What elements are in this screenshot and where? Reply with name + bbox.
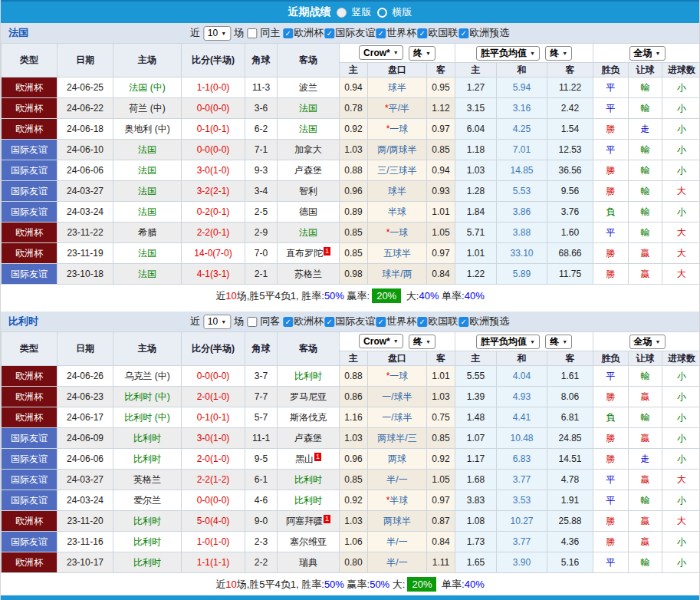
league-checkbox[interactable] [324, 317, 334, 327]
match-type-cell: 欧洲杯 [2, 387, 58, 407]
scope-select[interactable]: 全场▼ [629, 46, 665, 61]
score-cell: 0-2(0-1) [182, 202, 245, 223]
match-date-cell: 23-10-17 [58, 552, 113, 573]
match-count-select[interactable]: 10▼ [203, 315, 231, 329]
odds-away-cell: 0.97 [427, 243, 455, 264]
result-cell: 平 [593, 77, 629, 98]
match-type-cell: 国际友谊 [2, 264, 58, 285]
same-side-checkbox[interactable] [247, 317, 257, 327]
final-select[interactable]: 终▼ [545, 335, 572, 349]
table-row: 国际友谊 23-10-18 法国 4-1(3-1) 2-1 苏格兰 0.98 球… [2, 264, 700, 285]
home-team-cell: 比利时 [113, 449, 182, 470]
match-date-cell: 24-03-27 [58, 470, 113, 490]
layout-radio-horizontal[interactable] [377, 8, 387, 18]
odds-away-cell: 0.97 [427, 490, 455, 511]
layout-vertical-label[interactable]: 竖版 [352, 5, 372, 19]
score-cell: 1-1(0-0) [182, 77, 245, 98]
corner-cell: 7-7 [245, 387, 278, 407]
layout-horizontal-label[interactable]: 横版 [393, 5, 412, 19]
league-checkbox[interactable] [324, 28, 334, 38]
scope-select[interactable]: 全场▼ [629, 335, 665, 349]
avg-away-cell: 1.60 [547, 223, 593, 243]
avg-select[interactable]: 胜平负均值▼ [476, 46, 540, 61]
away-team-cell: 阿塞拜疆1 [278, 511, 340, 532]
odds-home-cell: 0.92 [340, 490, 368, 511]
match-date-cell: 23-11-16 [58, 532, 113, 552]
league-checkbox[interactable] [283, 28, 293, 38]
league-label: 世界杯 [386, 26, 416, 40]
avg-home-cell: 1.22 [455, 264, 497, 285]
league-checkbox[interactable] [458, 28, 468, 38]
col-avg-draw: 和 [497, 63, 547, 77]
bookmaker-select[interactable]: Crow*▼ [359, 45, 403, 60]
chevron-down-icon: ▼ [221, 31, 226, 36]
summary-text: 50% [370, 579, 389, 590]
table-row: 国际友谊 24-06-06 法国 3-0(1-0) 9-3 卢森堡 0.88 三… [2, 160, 700, 181]
league-label: 欧国联 [428, 315, 458, 328]
score-cell: 0-0(0-0) [182, 98, 245, 119]
final-select[interactable]: 终▼ [545, 46, 572, 61]
handicap-result-cell: 贏 [629, 532, 662, 552]
final-select[interactable]: 终▼ [409, 335, 435, 349]
final-select[interactable]: 终▼ [409, 46, 435, 61]
league-checkbox[interactable] [376, 28, 386, 38]
match-type-cell: 国际友谊 [2, 140, 58, 160]
same-side-label: 同客 [260, 315, 280, 328]
corner-cell: 3-7 [245, 366, 278, 387]
section-header-belgium: 比利时 近 10▼ 场 同客 欧洲杯国际友谊世界杯欧国联欧洲预选 [1, 312, 699, 331]
goals-result-cell: 大 [662, 223, 700, 243]
league-checkbox[interactable] [283, 317, 293, 327]
result-cell: 平 [593, 98, 629, 119]
chevron-down-icon: ▼ [562, 51, 567, 56]
table-header: 类型 日期 主场 比分(半场) 角球 客场 Crow*▼ 终▼ 胜平负均值▼ 终… [2, 332, 700, 366]
avg-away-cell: 5.16 [547, 552, 593, 573]
match-date-cell: 24-06-18 [58, 119, 113, 140]
avg-home-cell: 1.28 [455, 181, 497, 202]
home-team-cell: 比利时 (中) [113, 387, 182, 407]
bookmaker-select[interactable]: Crow*▼ [359, 334, 403, 348]
match-date-cell: 24-06-26 [58, 366, 113, 387]
league-checkbox[interactable] [458, 317, 468, 327]
match-date-cell: 24-06-06 [58, 160, 113, 181]
corner-cell: 2-5 [245, 202, 278, 223]
avg-away-cell: 1.61 [547, 366, 593, 387]
handicap-cell: *平/半 [368, 98, 427, 119]
match-type-cell: 国际友谊 [2, 449, 58, 470]
handicap-result-cell: 輸 [629, 160, 662, 181]
league-checkbox[interactable] [417, 28, 427, 38]
avg-home-cell: 1.08 [455, 511, 497, 532]
avg-draw-cell: 5.94 [497, 77, 547, 98]
col-home: 主场 [113, 332, 182, 366]
league-checkbox[interactable] [376, 317, 386, 327]
away-team-cell: 法国 [278, 98, 340, 119]
table-header: 类型 日期 主场 比分(半场) 角球 客场 Crow*▼ 终▼ 胜平负均值▼ 终… [2, 44, 700, 77]
table-row: 国际友谊 24-06-09 比利时 3-0(1-0) 11-1 卢森堡 1.03… [2, 428, 700, 449]
handicap-result-cell: 走 [629, 119, 662, 140]
same-side-checkbox[interactable] [247, 28, 257, 38]
col-handicap: 盘口 [368, 63, 427, 77]
col-odds-away: 客 [427, 63, 455, 77]
avg-select[interactable]: 胜平负均值▼ [476, 335, 540, 349]
away-team-cell: 黑山1 [278, 449, 340, 470]
scope-controls: 全场▼ [593, 332, 700, 351]
match-type-cell: 欧洲杯 [2, 407, 58, 428]
odds-home-cell: 0.96 [340, 449, 368, 470]
belgium-summary: 近10场,胜5平4负1, 胜率:50% 赢率:50% 大:20% 单率:40% [1, 573, 699, 595]
match-count-select[interactable]: 10▼ [203, 26, 231, 41]
avg-away-cell: 8.06 [547, 387, 593, 407]
match-date-cell: 23-10-18 [58, 264, 113, 285]
col-corner: 角球 [245, 44, 278, 77]
col-let-ball: 让球 [629, 63, 662, 77]
match-date-cell: 24-06-09 [58, 428, 113, 449]
handicap-cell: 半球 [368, 202, 427, 223]
col-away: 客场 [278, 332, 340, 366]
avg-draw-cell: 3.77 [497, 470, 547, 490]
filter-bar: 近 10▼ 场 同客 欧洲杯国际友谊世界杯欧国联欧洲预选 [190, 315, 510, 329]
score-cell: 4-1(3-1) [182, 264, 245, 285]
odds-away-cell: 1.01 [427, 366, 455, 387]
league-checkbox[interactable] [417, 317, 427, 327]
odds-away-cell: 1.03 [427, 387, 455, 407]
goals-result-cell: 大 [662, 470, 700, 490]
goals-result-cell: 大 [662, 181, 700, 202]
layout-radio-vertical[interactable] [337, 8, 347, 18]
